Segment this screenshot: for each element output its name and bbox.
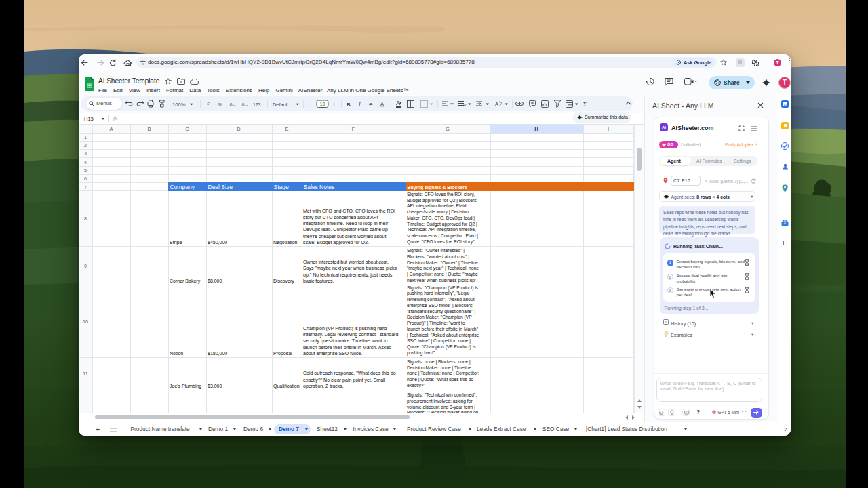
svg-text:Defaul...: Defaul... [273, 102, 292, 108]
svg-text:I: I [358, 102, 361, 108]
svg-text:+: + [332, 101, 336, 108]
svg-text:F: F [352, 126, 355, 132]
svg-text:9: 9 [84, 264, 87, 268]
svg-text:10: 10 [320, 101, 326, 107]
svg-text:1: 1 [84, 135, 87, 140]
svg-text:.0←: .0← [229, 102, 237, 107]
svg-text:100%: 100% [172, 102, 186, 108]
svg-text:G: G [446, 126, 450, 132]
svg-text:B: B [347, 102, 351, 108]
svg-text:S: S [369, 102, 372, 108]
svg-text:I: I [608, 126, 609, 132]
svg-text:5: 5 [84, 168, 87, 173]
svg-text:6: 6 [84, 176, 87, 181]
svg-text:7: 7 [84, 185, 87, 190]
svg-text:3: 3 [84, 151, 87, 156]
svg-text:A: A [495, 101, 498, 107]
svg-text:%: % [218, 102, 222, 108]
svg-text:£: £ [207, 101, 210, 108]
svg-text:.0→: .0→ [241, 102, 249, 107]
svg-text:Σ: Σ [583, 101, 587, 108]
svg-text:4: 4 [84, 160, 87, 165]
svg-text:11: 11 [83, 371, 87, 376]
svg-text:2: 2 [84, 143, 87, 148]
svg-text:10: 10 [83, 319, 88, 324]
svg-text:123: 123 [253, 102, 261, 107]
svg-text:E: E [285, 126, 288, 132]
svg-text:8: 8 [84, 216, 87, 221]
svg-text:D: D [237, 126, 241, 132]
svg-text:H: H [534, 126, 538, 132]
svg-text:A: A [380, 101, 384, 107]
svg-text:−: − [309, 100, 312, 107]
svg-text:A: A [109, 126, 113, 132]
svg-text:C: C [185, 126, 189, 132]
svg-text:B: B [147, 126, 151, 132]
